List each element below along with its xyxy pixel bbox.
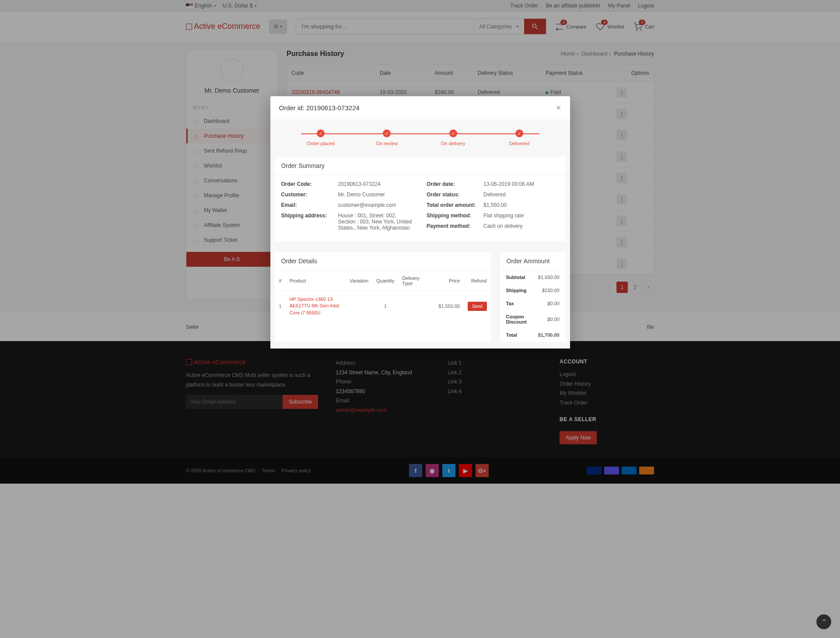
lbl-shipmethod: Shipping method: [427,213,483,219]
dth-qty: Quantity [373,271,398,291]
step-label: Order placed [288,141,354,146]
lbl-tax: Tax [501,297,532,310]
lbl-customer: Customer: [281,192,338,198]
lbl-email: Email: [281,202,338,208]
lbl-coupon: Coupon Discount [501,310,532,328]
step-label: Delivered [486,141,552,146]
val-shipping: $150.00 [533,284,565,296]
lbl-paymethod: Payment method: [427,223,483,229]
summary-title: Order Summary [275,157,566,175]
check-icon: ✓ [317,129,325,137]
val-orderdate: 13-06-2019 00:06 AM [483,181,559,187]
val-paymethod: Cash on delivery [483,223,559,229]
check-icon: ✓ [449,129,457,137]
step-order-placed: ✓Order placed [288,129,354,146]
step-label: On review [354,141,420,146]
val-status: Delivered [483,192,559,198]
detail-row: 1 HP Spectre x360 13-AE517TU 8th Gen Int… [276,292,490,321]
refund-send-button[interactable]: Send [468,302,486,311]
lbl-shipping: Shipping [501,284,532,296]
cell-qty: 1 [373,292,398,321]
lbl-grandtotal: Total [501,329,532,341]
step-on-delivery: ✓On delivery [420,129,486,146]
dth-deltype: Delivery Type [399,271,434,291]
lbl-status: Order status: [427,192,483,198]
modal-close-button[interactable]: × [556,103,561,113]
val-subtotal: $1,550.00 [533,271,565,283]
val-grandtotal: $1,700.00 [533,329,565,341]
step-on-review: ✓On review [354,129,420,146]
cell-price: $1,550.00 [435,292,463,321]
val-tax: $0.00 [533,297,565,310]
lbl-orderdate: Order date: [427,181,483,187]
lbl-subtotal: Subtotal [501,271,532,283]
step-delivered: ✓Delivered [486,129,552,146]
dth-price: Price [435,271,463,291]
lbl-shipaddr: Shipping address: [281,213,338,231]
cell-variation [346,292,372,321]
lbl-order-code: Order Code: [281,181,338,187]
val-shipaddr: House : 001, Street: 002, Section : 003,… [338,213,414,231]
dth-variation: Variation [346,271,372,291]
val-email: customer@example.com [338,202,414,208]
order-detail-modal: Order id: 20190613-073224 × ✓Order place… [270,96,570,349]
dth-product: Product [286,271,346,291]
val-shipmethod: Flat shipping rate [483,213,559,219]
val-customer: Mr. Demo Customer [338,192,414,198]
check-icon: ✓ [383,129,391,137]
modal-overlay[interactable]: Order id: 20190613-073224 × ✓Order place… [0,0,840,484]
cell-n: 1 [276,292,285,321]
dth-refund: Refund [464,271,490,291]
amount-title: Order Ammount [500,252,566,270]
val-order-code: 20190613-073224 [338,181,414,187]
val-total: $1,550.00 [483,202,559,208]
dth-n: # [276,271,285,291]
modal-title: Order id: 20190613-073224 [279,104,360,112]
check-icon: ✓ [515,129,523,137]
cell-deltype [399,292,434,321]
product-link[interactable]: HP Spectre x360 13-AE517TU 8th Gen Intel… [290,296,340,315]
lbl-total: Total order amount: [427,202,483,208]
step-label: On delivery [420,141,486,146]
details-title: Order Details [275,252,491,270]
val-coupon: $0.00 [533,310,565,328]
